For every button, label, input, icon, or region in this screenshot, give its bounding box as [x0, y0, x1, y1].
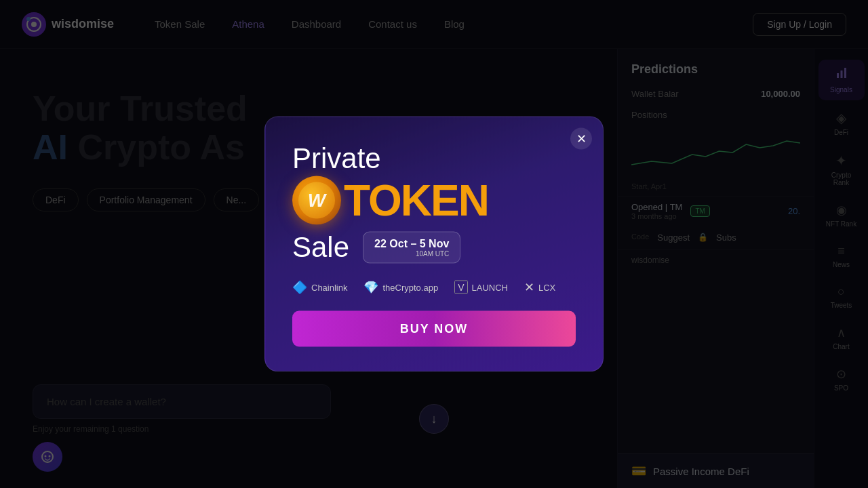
thecrypto-icon: 💎: [363, 280, 378, 295]
modal-date-time: 10AM UTC: [416, 249, 449, 257]
lcx-icon: ✕: [524, 280, 534, 295]
modal-partners: 🔷 Chainlink 💎 theCrypto.app V LAUNCH ✕ L…: [292, 280, 576, 295]
modal-coin: W: [292, 176, 341, 225]
token-sale-modal: ✕ Private W TOKEN Sale 22 Oct – 5 Nov 10…: [264, 117, 604, 372]
chainlink-icon: 🔷: [292, 280, 307, 295]
partner-lcx: ✕ LCX: [524, 280, 555, 295]
modal-token-row: W TOKEN: [292, 176, 576, 226]
coin-symbol: W: [308, 190, 326, 211]
modal-private-title: Private: [292, 144, 576, 173]
modal-date-badge: 22 Oct – 5 Nov 10AM UTC: [363, 231, 460, 263]
partner-launch: V LAUNCH: [454, 281, 508, 294]
partner-thecrypto: 💎 theCrypto.app: [363, 280, 438, 295]
modal-date-range: 22 Oct – 5 Nov: [374, 237, 449, 249]
buy-now-button[interactable]: BUY NOW: [292, 311, 576, 347]
modal-sale-row: Sale 22 Oct – 5 Nov 10AM UTC: [292, 231, 576, 264]
modal-token-text: TOKEN: [344, 176, 488, 226]
modal-sale-text: Sale: [292, 231, 349, 264]
partner-chainlink: 🔷 Chainlink: [292, 280, 347, 295]
modal-close-button[interactable]: ✕: [570, 128, 592, 150]
launch-icon: V: [454, 281, 467, 294]
